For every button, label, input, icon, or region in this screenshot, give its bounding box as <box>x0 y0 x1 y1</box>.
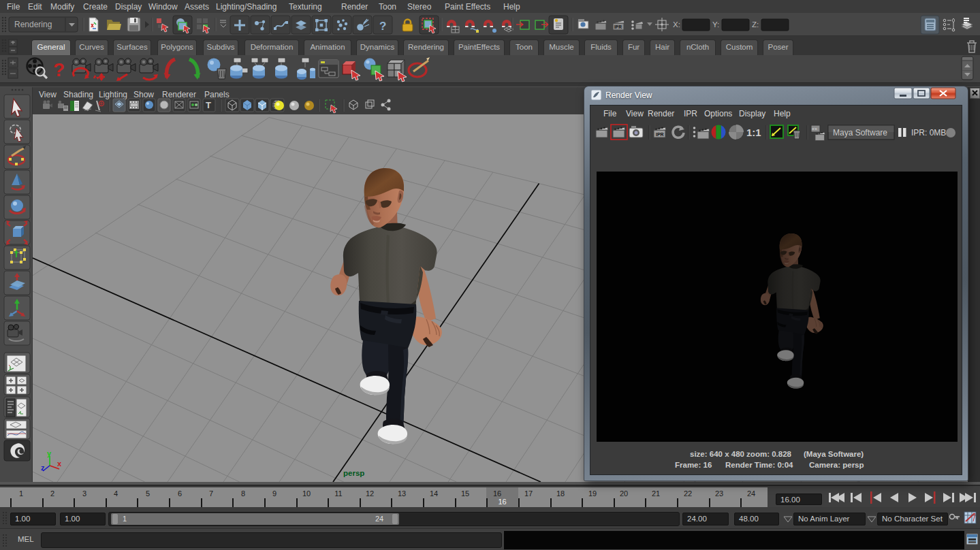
svg-text:IPR: IPR <box>614 25 622 29</box>
svg-text:1:1: 1:1 <box>746 127 761 138</box>
svg-text:«»: «» <box>812 127 817 131</box>
svg-text:z: z <box>41 464 45 472</box>
svg-text:Maya Software: Maya Software <box>833 128 887 138</box>
svg-text:Z:: Z: <box>752 20 759 29</box>
svg-text:X:: X: <box>673 20 680 29</box>
svg-text:x: x <box>57 459 62 468</box>
svg-text:Rendering: Rendering <box>14 20 52 29</box>
svg-text:Y:: Y: <box>712 20 719 29</box>
svg-text:T: T <box>206 100 211 110</box>
svg-text:persp: persp <box>343 469 364 477</box>
svg-text:IPR: IPR <box>656 132 664 137</box>
svg-text:y: y <box>47 449 52 457</box>
svg-text:?: ? <box>379 20 386 33</box>
svg-text:?: ? <box>53 59 65 80</box>
svg-text:IPR: 0MB: IPR: 0MB <box>911 128 946 138</box>
